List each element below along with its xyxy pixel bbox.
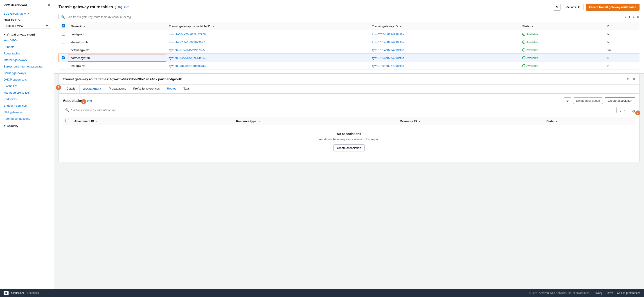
row-state: Available <box>520 30 604 38</box>
actions-button[interactable]: Actions ▼ <box>563 4 584 10</box>
prev-page-button[interactable]: ‹ <box>624 14 627 19</box>
step3-circle: 3 <box>635 110 640 116</box>
vpc-filter-select[interactable]: Select a VPC <box>4 23 50 29</box>
sidebar-item-internet-gateways[interactable]: Internet gateways <box>0 57 54 63</box>
sidebar-item-endpoints[interactable]: Endpoints <box>0 96 54 102</box>
create-association-button[interactable]: Create association <box>604 97 635 104</box>
table-settings-icon[interactable]: ⚙ <box>637 15 640 19</box>
create-association-center-button[interactable]: Create association <box>334 144 364 152</box>
table-row[interactable]: partner-tgw-rtbtgw-rtb-09275bde9be14c246… <box>59 54 640 62</box>
footer-cookie-link[interactable]: Cookie preferences <box>617 292 640 294</box>
tgw-id-sort-icon[interactable]: ▼ <box>400 25 402 28</box>
actions-label: Actions <box>566 6 576 9</box>
row-rtb-id[interactable]: tgw-rtb-064e76b67f5482956 <box>166 30 369 38</box>
sidebar-item-egress-internet-gateways[interactable]: Egress-only internet gateways <box>0 63 54 70</box>
sidebar-item-subnets[interactable]: Subnets <box>0 44 54 50</box>
refresh-button[interactable]: ↻ <box>553 4 561 10</box>
sidebar-close-button[interactable]: × <box>48 3 50 8</box>
sidebar-ec2-global-view[interactable]: EC2 Global View ↗ <box>0 10 54 17</box>
row-3-checkbox[interactable] <box>62 56 65 59</box>
sidebar-item-carrier-gateways[interactable]: Carrier gateways <box>0 70 54 76</box>
name-sort-icon[interactable]: ▼ <box>84 25 86 28</box>
sidebar-item-peering-connections[interactable]: Peering connections <box>0 116 54 122</box>
table-row[interactable]: default-tgw-rtbtgw-rtb-08776b15fbf9d7325… <box>59 46 640 54</box>
tab-details[interactable]: Details <box>63 84 79 94</box>
row-rtb-id[interactable]: tgw-rtb-0814e1f66f2679927 <box>166 38 369 46</box>
page-title-text: Transit gateway route tables <box>58 5 113 10</box>
assoc-next-page-button[interactable]: › <box>627 109 631 114</box>
sidebar-section-vpc[interactable]: ▼ Virtual private cloud <box>0 30 54 37</box>
tgw-table-wrapper: Name ✏ ▼ Transit gateway route table ID … <box>58 22 640 70</box>
assoc-table-wrapper: Attachment ID ▼ Resource type ▼ Resource… <box>63 117 635 125</box>
filter-label: Filter by VPC: <box>0 17 54 22</box>
page-title-info-link[interactable]: info <box>124 6 130 9</box>
rtb-id-sort-icon[interactable]: ▼ <box>212 25 214 28</box>
detail-header-icons: ⚙ ✕ <box>626 77 635 81</box>
tab-routes[interactable]: Routes <box>163 84 180 94</box>
search-icon: 🔍 <box>61 15 65 19</box>
row-rtb-id[interactable]: tgw-rtb-0ab08ac43fd6be7a3 <box>166 62 369 70</box>
state-sort-icon[interactable]: ▼ <box>531 25 534 28</box>
row-4-checkbox[interactable] <box>62 64 65 67</box>
sidebar-item-dhcp-option-sets[interactable]: DHCP option sets <box>0 76 54 83</box>
sidebar-item-managed-prefix-lists[interactable]: Managed prefix lists <box>0 89 54 96</box>
tab-prefix-list-references[interactable]: Prefix list references <box>130 84 163 94</box>
sidebar-item-route-tables[interactable]: Route tables <box>0 50 54 57</box>
feedback-label[interactable]: Feedback <box>27 292 39 294</box>
detail-close-icon[interactable]: ✕ <box>632 77 635 81</box>
row-d: N <box>604 62 640 70</box>
create-assoc-wrapper: Create association 3 <box>604 97 635 104</box>
table-row[interactable]: dev-tgw-rtbtgw-rtb-064e76b67f5482956tgw-… <box>59 30 640 38</box>
assoc-search-input[interactable] <box>71 108 614 112</box>
resource-id-sort-icon[interactable]: ▼ <box>418 120 421 122</box>
assoc-pagination: ‹ 1 › ⚙ <box>619 109 635 114</box>
sidebar-item-elastic-ips[interactable]: Elastic IPs <box>0 83 54 89</box>
resource-type-sort-icon[interactable]: ▼ <box>258 120 260 122</box>
tab-associations[interactable]: Associations 2 <box>79 84 105 94</box>
row-name: test-tgw-rtb <box>68 62 166 70</box>
row-checkbox-cell <box>59 54 68 62</box>
assoc-select-all-checkbox[interactable] <box>66 119 69 122</box>
delete-association-button[interactable]: Delete association <box>573 98 603 104</box>
row-tgw-id[interactable]: tgw-07054d8274298cf8a <box>369 54 520 62</box>
cloudshell-label[interactable]: CloudShell <box>11 292 24 294</box>
security-section-label: Security <box>7 124 18 128</box>
assoc-page-number: 1 <box>624 109 626 113</box>
footer-privacy-link[interactable]: Privacy <box>594 292 602 294</box>
table-row[interactable]: share-tgw-rtbtgw-rtb-0814e1f66f2679927tg… <box>59 38 640 46</box>
page-title-count: (1/6) <box>115 5 122 9</box>
row-1-checkbox[interactable] <box>62 40 65 44</box>
row-0-checkbox[interactable] <box>62 32 65 36</box>
sidebar-item-your-vpcs[interactable]: Your VPCs <box>0 37 54 44</box>
assoc-prev-page-button[interactable]: ‹ <box>619 109 622 114</box>
row-rtb-id[interactable]: tgw-rtb-08776b15fbf9d7325 <box>166 46 369 54</box>
detail-settings-icon[interactable]: ⚙ <box>626 77 630 81</box>
tab-tags[interactable]: Tags <box>180 84 193 94</box>
assoc-state-sort-icon[interactable]: ▼ <box>555 120 558 122</box>
footer-terms-link[interactable]: Terms <box>606 292 614 294</box>
select-all-checkbox[interactable] <box>62 24 65 28</box>
sidebar-item-endpoint-services[interactable]: Endpoint services <box>0 102 54 109</box>
tab-propagations[interactable]: Propagations <box>105 84 130 94</box>
sidebar-section-security[interactable]: ▼ Security <box>0 122 54 128</box>
assoc-col-state: State ▼ <box>544 117 635 125</box>
row-tgw-id[interactable]: tgw-07054d8274298cf8a <box>369 38 520 46</box>
assoc-refresh-button[interactable]: ↻ <box>564 98 571 104</box>
row-tgw-id[interactable]: tgw-07054d8274298cf8a <box>369 62 520 70</box>
create-tgw-rtb-button[interactable]: Create transit gateway route table <box>586 4 640 10</box>
assoc-col-resource-id: Resource ID ▼ <box>397 117 544 125</box>
table-row[interactable]: test-tgw-rtbtgw-rtb-0ab08ac43fd6be7a3tgw… <box>59 62 640 70</box>
next-page-button[interactable]: › <box>632 14 636 19</box>
assoc-table-settings-icon[interactable]: ⚙ <box>632 109 635 114</box>
row-2-checkbox[interactable] <box>62 48 65 51</box>
assoc-info-link[interactable]: info <box>87 99 92 102</box>
row-checkbox-cell <box>59 62 68 70</box>
assoc-col-resource-type: Resource type ▼ <box>233 117 397 125</box>
row-rtb-id[interactable]: tgw-rtb-09275bde9be14c246 <box>166 54 369 62</box>
row-tgw-id[interactable]: tgw-07054d8274298cf8a <box>369 30 520 38</box>
attachment-id-sort-icon[interactable]: ▼ <box>96 120 98 122</box>
row-tgw-id[interactable]: tgw-07054d8274298cf8a <box>369 46 520 54</box>
sidebar-item-nat-gateways[interactable]: NAT gateways <box>0 109 54 116</box>
tgw-search-input[interactable] <box>66 15 619 19</box>
no-assoc-title: No associations <box>70 132 628 136</box>
